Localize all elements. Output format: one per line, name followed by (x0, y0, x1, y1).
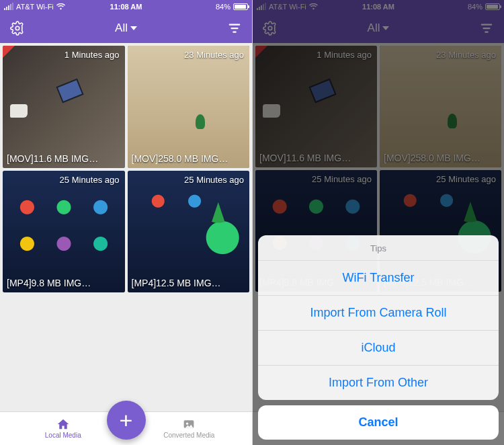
filter-label: All (115, 22, 128, 35)
battery-percent: 84% (216, 3, 230, 11)
battery-fill (235, 5, 246, 9)
sheet-item-wifi-transfer[interactable]: WiFi Transfer (258, 261, 499, 296)
sheet-item-import-other[interactable]: Import From Other (258, 366, 499, 400)
media-caption: [MP4]12.5 MB IMG… (132, 278, 246, 288)
svg-rect-2 (231, 28, 239, 29)
media-tile: 23 Minutes ago [MOV]258.0 MB IMG… (380, 46, 501, 167)
media-timestamp: 1 Minutes ago (65, 50, 120, 60)
signal-bars-icon (4, 4, 13, 10)
media-thumb (3, 171, 125, 293)
battery-icon (233, 3, 248, 10)
svg-point-6 (268, 26, 272, 30)
status-right: 84% (468, 3, 500, 11)
media-timestamp: 25 Minutes ago (184, 175, 244, 185)
new-corner-icon (3, 46, 15, 58)
tab-bar: Local Media Converted Media + (0, 411, 252, 445)
app-navbar: All (253, 13, 504, 43)
sheet-title: Tips (258, 235, 499, 261)
svg-point-0 (15, 26, 19, 30)
status-bar: AT&T Wi-Fi 11:08 AM 84% (253, 0, 504, 13)
media-thumb (3, 46, 125, 168)
battery-icon (485, 3, 500, 10)
action-sheet-options: Tips WiFi Transfer Import From Camera Ro… (258, 235, 499, 400)
signal-bars-icon (257, 4, 266, 10)
wifi-icon (309, 3, 318, 10)
media-thumb (380, 46, 501, 167)
media-timestamp: 25 Minutes ago (436, 174, 496, 184)
filter-dropdown[interactable]: All (368, 22, 390, 35)
filter-label: All (368, 22, 380, 35)
status-left: AT&T Wi-Fi (257, 3, 318, 11)
svg-rect-8 (483, 28, 491, 29)
chevron-down-icon (382, 26, 389, 30)
chevron-down-icon (130, 26, 137, 30)
tab-label: Converted Media (163, 432, 214, 439)
screen-import-sheet: AT&T Wi-Fi 11:08 AM 84% All 1 Minute (252, 0, 504, 445)
media-thumb (255, 46, 377, 167)
media-timestamp: 25 Minutes ago (60, 175, 120, 185)
battery-fill (487, 5, 498, 9)
media-thumb (128, 171, 250, 293)
svg-rect-1 (229, 24, 241, 26)
carrier-label: AT&T Wi-Fi (269, 3, 306, 11)
media-tile[interactable]: 23 Minutes ago [MOV]258.0 MB IMG… (128, 46, 250, 168)
filter-dropdown[interactable]: All (115, 22, 137, 35)
action-sheet: Tips WiFi Transfer Import From Camera Ro… (258, 235, 499, 440)
media-grid-container: 1 Minutes ago [MOV]11.6 MB IMG… 23 Minut… (0, 43, 252, 411)
sort-button[interactable] (478, 20, 495, 36)
settings-button[interactable] (262, 20, 278, 36)
media-timestamp: 1 Minutes ago (317, 50, 372, 60)
media-caption: [MOV]11.6 MB IMG… (259, 153, 373, 163)
media-grid: 1 Minutes ago [MOV]11.6 MB IMG… 23 Minut… (3, 46, 249, 292)
media-caption: [MOV]258.0 MB IMG… (384, 153, 497, 163)
media-timestamp: 23 Minutes ago (436, 50, 496, 60)
carrier-label: AT&T Wi-Fi (16, 3, 54, 11)
sheet-cancel-button[interactable]: Cancel (258, 405, 499, 440)
media-caption: [MP4]9.8 MB IMG… (7, 278, 121, 288)
tab-local-media[interactable]: Local Media (26, 418, 100, 439)
svg-point-5 (186, 423, 188, 425)
media-tile[interactable]: 25 Minutes ago [MP4]12.5 MB IMG… (128, 171, 250, 293)
media-tile: 1 Minutes ago [MOV]11.6 MB IMG… (255, 46, 377, 167)
media-thumb (128, 46, 250, 168)
new-corner-icon (255, 46, 267, 58)
media-caption: [MOV]11.6 MB IMG… (7, 153, 121, 164)
app-navbar: All (0, 13, 252, 43)
sort-button[interactable] (226, 20, 243, 36)
wifi-icon (56, 3, 65, 10)
tab-label: Local Media (45, 432, 81, 439)
media-tile[interactable]: 25 Minutes ago [MP4]9.8 MB IMG… (3, 171, 125, 293)
svg-rect-7 (481, 24, 493, 26)
settings-button[interactable] (9, 20, 26, 36)
add-media-button[interactable]: + (107, 401, 146, 440)
media-tile[interactable]: 1 Minutes ago [MOV]11.6 MB IMG… (3, 46, 125, 168)
sheet-item-icloud[interactable]: iCloud (258, 331, 499, 366)
sheet-item-import-camera-roll[interactable]: Import From Camera Roll (258, 296, 499, 331)
battery-percent: 84% (468, 3, 482, 11)
media-timestamp: 25 Minutes ago (312, 174, 372, 184)
screen-library: AT&T Wi-Fi 11:08 AM 84% All 1 Minute (0, 0, 252, 445)
svg-rect-9 (485, 32, 489, 33)
media-timestamp: 23 Minutes ago (184, 50, 244, 60)
plus-icon: + (120, 409, 133, 432)
media-caption: [MOV]258.0 MB IMG… (132, 153, 246, 164)
status-bar: AT&T Wi-Fi 11:08 AM 84% (0, 0, 252, 13)
tab-converted-media[interactable]: Converted Media (152, 418, 226, 439)
status-right: 84% (216, 3, 248, 11)
svg-rect-3 (233, 32, 237, 33)
status-left: AT&T Wi-Fi (4, 3, 65, 11)
